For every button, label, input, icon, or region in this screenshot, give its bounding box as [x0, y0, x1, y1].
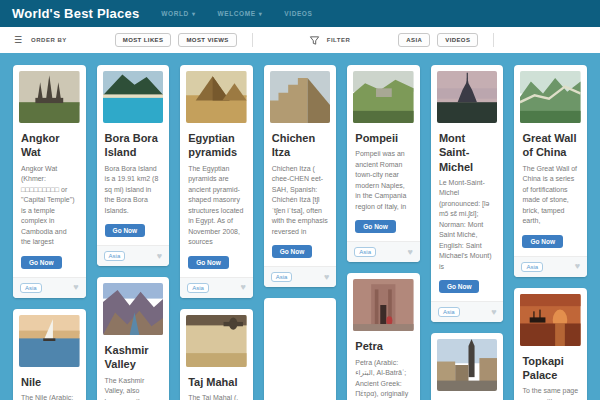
chevron-down-icon: ▾ [192, 10, 196, 17]
masonry-column-5: Pompeii Pompeii was an ancient Roman tow… [347, 65, 420, 400]
card-footer: Asia ♥ [347, 241, 420, 262]
place-title: Chichen Itza [272, 131, 329, 160]
place-card: Angkor Wat Angkor Wat (Khmer: □□□□□□□□□ … [13, 65, 86, 298]
place-card-empty [264, 298, 337, 400]
list-icon: ☰ [14, 35, 22, 45]
bora-bora-photo [103, 71, 164, 123]
place-card: Petra Petra (Arabic: البتراء, Al-Batrāʾ;… [347, 273, 420, 400]
kashmir-photo [103, 283, 164, 335]
most-likes-button[interactable]: MOST LIKES [115, 33, 172, 47]
topkapi-photo [520, 294, 581, 346]
most-views-button[interactable]: MOST VIEWS [178, 33, 236, 47]
heart-icon[interactable]: ♥ [324, 273, 329, 282]
place-description: To the same page name with diacritics: T… [522, 386, 579, 400]
card-footer: Asia ♥ [514, 256, 587, 277]
place-card: Taj Mahal The Taj Mahal (, more often : … [180, 309, 253, 400]
pyramids-photo [186, 71, 247, 123]
category-tag-asia[interactable]: Asia [20, 283, 42, 293]
masonry-column-2: Bora Bora Island Bora Bora Island is a 1… [97, 65, 170, 400]
category-tag-asia[interactable]: Asia [438, 307, 460, 317]
funnel-icon [309, 35, 320, 46]
angkor-wat-photo [19, 71, 80, 123]
nav-item-label: VIDEOS [284, 10, 312, 17]
place-title: Pompeii [355, 131, 412, 145]
go-now-button[interactable]: Go Now [21, 256, 62, 269]
category-tag-asia[interactable]: Asia [271, 272, 293, 282]
toolbar-divider [493, 33, 494, 47]
filter-label: FILTER [327, 37, 351, 43]
card-footer: Asia ♥ [264, 266, 337, 287]
card-footer: Asia ♥ [13, 277, 86, 298]
heart-icon[interactable]: ♥ [408, 248, 413, 257]
heart-icon[interactable]: ♥ [157, 252, 162, 261]
mont-saint-michel-photo [437, 71, 498, 123]
place-title: Egyptian pyramids [188, 131, 245, 160]
heart-icon[interactable]: ♥ [575, 262, 580, 271]
place-description: The Kashmir Valley, also known as the Va… [105, 376, 162, 400]
great-wall-photo [520, 71, 581, 123]
place-description: The Nile (Arabic: النيل Egyptian Arabic:… [21, 393, 78, 400]
taj-mahal-photo [186, 315, 247, 367]
pompeii-photo [353, 71, 414, 123]
filter-videos-button[interactable]: VIDEOS [437, 33, 478, 47]
masonry-column-4: Chichen Itza Chichen Itza ( chee-CHEN ee… [264, 65, 337, 400]
place-description: Pompeii was an ancient Roman town-city n… [355, 149, 412, 212]
place-title: Petra [355, 339, 412, 353]
place-description: Chichen Itza ( chee-CHEN eet-SAH, Spanis… [272, 164, 329, 238]
go-now-button[interactable]: Go Now [188, 256, 229, 269]
nav-item-welcome[interactable]: WELCOME ▾ [218, 10, 263, 17]
nav-item-videos[interactable]: VIDEOS [284, 10, 312, 17]
heart-icon[interactable]: ♥ [73, 283, 78, 292]
place-title: Bora Bora Island [105, 131, 162, 160]
place-card: Mont Saint-Michel Le Mont-Saint-Michel (… [431, 65, 504, 322]
category-tag-asia[interactable]: Asia [354, 247, 376, 257]
place-title: Kashmir Valley [105, 343, 162, 372]
place-card: Pompeii Pompeii was an ancient Roman tow… [347, 65, 420, 262]
place-card: Topkapi Palace To the same page name wit… [514, 288, 587, 400]
filter-toolbar: ☰ ORDER BY MOST LIKES MOST VIEWS FILTER … [0, 27, 600, 53]
place-description: The Taj Mahal (, more often : meaning Cr… [188, 393, 245, 400]
go-now-button[interactable]: Go Now [105, 224, 146, 237]
filter-asia-button[interactable]: ASIA [398, 33, 430, 47]
place-description: The Great Wall of China is a series of f… [522, 164, 579, 227]
go-now-button[interactable]: Go Now [355, 220, 396, 233]
heart-icon[interactable]: ♥ [491, 308, 496, 317]
go-now-button[interactable]: Go Now [522, 235, 563, 248]
card-footer: Asia ♥ [97, 245, 170, 266]
chichen-itza-photo [270, 71, 331, 123]
place-title: Great Wall of China [522, 131, 579, 160]
category-tag-asia[interactable]: Asia [104, 251, 126, 261]
place-card: Nile The Nile (Arabic: النيل Egyptian Ar… [13, 309, 86, 400]
go-now-button[interactable]: Go Now [439, 280, 480, 293]
place-card: Chichen Itza Chichen Itza ( chee-CHEN ee… [264, 65, 337, 287]
places-masonry-grid: Angkor Wat Angkor Wat (Khmer: □□□□□□□□□ … [0, 53, 600, 400]
go-now-button[interactable]: Go Now [272, 245, 313, 258]
nav-item-world[interactable]: WORLD ▾ [161, 10, 195, 17]
place-card: Old Town (Prague) See other places named… [431, 333, 504, 400]
category-tag-asia[interactable]: Asia [521, 262, 543, 272]
petra-photo [353, 279, 414, 331]
heart-icon[interactable]: ♥ [240, 283, 245, 292]
place-description: Petra (Arabic: البتراء, Al-Batrāʾ; Ancie… [355, 358, 412, 400]
place-card: Egyptian pyramids The Egyptian pyramids … [180, 65, 253, 298]
place-title: Angkor Wat [21, 131, 78, 160]
category-tag-asia[interactable]: Asia [187, 283, 209, 293]
place-card: Kashmir Valley The Kashmir Valley, also … [97, 277, 170, 400]
prague-photo [437, 339, 498, 391]
place-title: Topkapi Palace [522, 354, 579, 383]
place-card: Great Wall of China The Great Wall of Ch… [514, 65, 587, 277]
place-title: Mont Saint-Michel [439, 131, 496, 174]
masonry-column-6: Mont Saint-Michel Le Mont-Saint-Michel (… [431, 65, 504, 400]
place-description: Bora Bora Island is a 19.91 km2 (8 sq mi… [105, 164, 162, 217]
card-footer: Asia ♥ [180, 277, 253, 298]
order-by-label: ORDER BY [31, 37, 67, 43]
place-description: Angkor Wat (Khmer: □□□□□□□□□ or "Capital… [21, 164, 78, 248]
card-footer: Asia ♥ [431, 301, 504, 322]
nav-item-label: WORLD [161, 10, 189, 17]
top-navbar: World's Best Places WORLD ▾ WELCOME ▾ VI… [0, 0, 600, 27]
place-description: Le Mont-Saint-Michel (pronounced: [lə mɔ… [439, 178, 496, 273]
masonry-column-3: Egyptian pyramids The Egyptian pyramids … [180, 65, 253, 400]
place-title: Taj Mahal [188, 375, 245, 389]
chevron-down-icon: ▾ [259, 10, 263, 17]
toolbar-divider [252, 33, 253, 47]
